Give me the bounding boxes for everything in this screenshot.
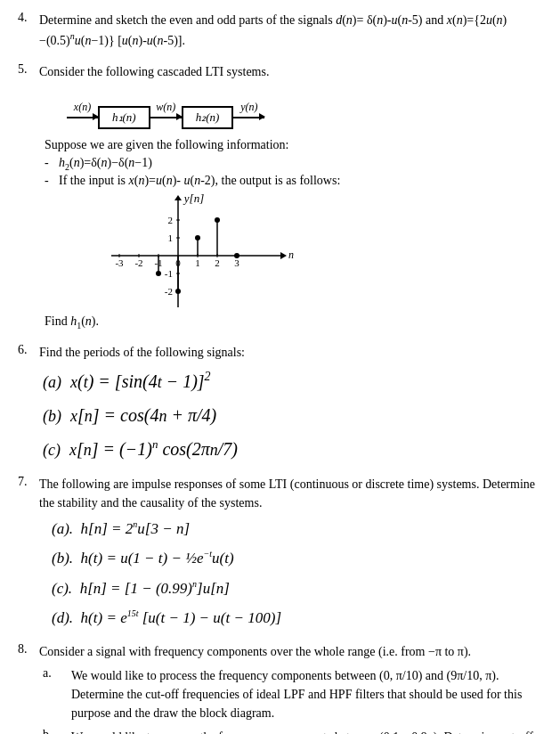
problem-6: 6. Find the periods of the following sig…	[18, 343, 542, 462]
problem-7d: (d). h(t) = e15t [u(t − 1) − u(t − 100)]	[52, 607, 542, 630]
svg-point-33	[156, 271, 161, 276]
problem-8a: a. We would like to process the frequenc…	[43, 666, 542, 722]
problem-7a: (a). h[n] = 2nu[3 − n]	[52, 518, 542, 541]
problem-7d-label: (d).	[52, 609, 77, 626]
problem-8b-text: We would like to process the frequency c…	[71, 728, 542, 734]
info-1-text: h2(n)=δ(n)−δ(n−1)	[59, 156, 152, 172]
problem-6-header: 6. Find the periods of the following sig…	[18, 343, 542, 362]
output-signal-label: y(n)	[240, 101, 257, 115]
problem-5: 5. Consider the following cascaded LTI s…	[18, 62, 542, 331]
problem-4: 4. Determine and sketch the even and odd…	[18, 11, 542, 50]
svg-point-30	[215, 217, 220, 223]
svg-text:1: 1	[168, 232, 174, 243]
problem-7-num: 7.	[18, 475, 34, 512]
problem-5-text: Consider the following cascaded LTI syst…	[39, 62, 542, 81]
problem-5-num: 5.	[18, 62, 34, 81]
problem-8-header: 8. Consider a signal with frequency comp…	[18, 642, 542, 661]
problem-6-text: Find the periods of the following signal…	[39, 343, 542, 362]
h1-box-seg: h₁(n)	[98, 90, 150, 129]
svg-text:1: 1	[195, 257, 200, 268]
info-item-1: - h2(n)=δ(n)−δ(n−1)	[45, 156, 542, 172]
input-arrow: x(n)	[67, 101, 98, 118]
problem-8b: b. We would like to process the frequenc…	[43, 728, 542, 734]
stem-plot-container: y[n] n -3 -2	[98, 192, 542, 311]
problem-6b-label: (b)	[43, 407, 61, 425]
middle-arrow: w(n)	[150, 101, 182, 118]
problem-8a-label: a.	[43, 666, 68, 681]
problem-8: 8. Consider a signal with frequency comp…	[18, 642, 542, 734]
output-line	[233, 117, 264, 118]
find-h1-text: Find h1(n).	[45, 314, 542, 330]
middle-line	[150, 117, 182, 118]
svg-text:-2: -2	[165, 286, 173, 297]
svg-text:n: n	[288, 249, 294, 261]
problem-8a-text: We would like to process the frequency c…	[71, 666, 542, 722]
svg-text:-2: -2	[134, 257, 142, 268]
problem-5-header: 5. Consider the following cascaded LTI s…	[18, 62, 542, 81]
problem-6c-label: (c)	[43, 441, 61, 459]
problem-7-header: 7. The following are impulse responses o…	[18, 475, 542, 512]
problem-7: 7. The following are impulse responses o…	[18, 475, 542, 630]
h1-box: h₁(n)	[98, 106, 150, 129]
problem-7a-label: (a).	[52, 520, 77, 537]
problem-7c-label: (c).	[52, 580, 76, 597]
output-arrow: y(n)	[233, 101, 264, 118]
problem-4-text: Determine and sketch the even and odd pa…	[39, 11, 542, 50]
info-2-text: If the input is x(n)=u(n)- u(n-2), the o…	[59, 174, 340, 188]
problem-6c: (c) x[n] = (−1)n cos(2πn/7)	[43, 436, 542, 462]
problem-6a: (a) x(t) = [sin(4t − 1)]2	[43, 367, 542, 395]
svg-text:-1: -1	[165, 268, 173, 279]
svg-point-35	[175, 289, 181, 294]
problem-7b: (b). h(t) = u(1 − t) − ½e−tu(t)	[52, 547, 542, 570]
svg-marker-2	[280, 252, 287, 259]
middle-signal-label: w(n)	[156, 101, 175, 115]
problem-7a-formula: h	[81, 520, 89, 537]
problem-7c: (c). h[n] = [1 − (0.99)n]u[n]	[52, 577, 542, 600]
problem-8-num: 8.	[18, 642, 34, 661]
input-line	[67, 117, 98, 118]
svg-point-31	[234, 253, 239, 258]
suppose-text: Suppose we are given the following infor…	[45, 138, 542, 152]
problem-4-num: 4.	[18, 11, 34, 50]
problem-7-text: The following are impulse responses of s…	[39, 475, 542, 512]
svg-marker-4	[174, 195, 182, 200]
svg-text:2: 2	[215, 257, 220, 268]
dash-2: -	[45, 174, 53, 188]
input-signal-label: x(n)	[74, 101, 91, 115]
svg-text:3: 3	[234, 257, 239, 268]
problem-6a-label: (a)	[43, 373, 61, 391]
problem-8-text: Consider a signal with frequency compone…	[39, 642, 542, 661]
problem-8b-label: b.	[43, 728, 68, 734]
svg-point-28	[195, 235, 200, 241]
problem-7b-label: (b).	[52, 550, 77, 567]
h2-box: h₂(n)	[182, 106, 234, 129]
block-diagram: x(n) h₁(n) w(n) h₂(n) y(	[67, 90, 542, 129]
problem-6-num: 6.	[18, 343, 34, 362]
dash-1: -	[45, 156, 53, 170]
info-item-2: - If the input is x(n)=u(n)- u(n-2), the…	[45, 174, 542, 188]
stem-plot: y[n] n -3 -2	[98, 192, 294, 307]
problem-6b: (b) x[n] = cos(4n + π/4)	[43, 402, 542, 428]
svg-text:y[n]: y[n]	[183, 192, 204, 205]
svg-text:2: 2	[168, 215, 174, 225]
h2-box-seg: h₂(n)	[182, 90, 234, 129]
problem-4-header: 4. Determine and sketch the even and odd…	[18, 11, 542, 50]
problem-6a-formula: x	[70, 373, 77, 391]
suppose-section: Suppose we are given the following infor…	[45, 138, 542, 331]
svg-text:-3: -3	[115, 257, 124, 268]
